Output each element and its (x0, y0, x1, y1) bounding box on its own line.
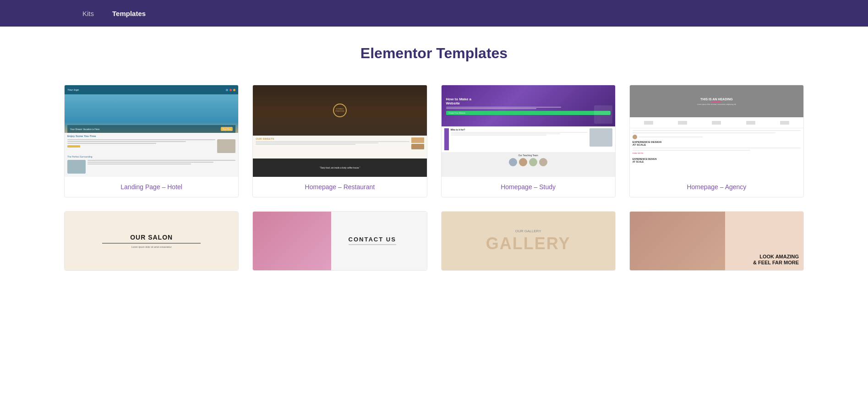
main-content: Elementor Templates Your logo Your Dre (0, 27, 868, 289)
template-card-study[interactable]: How to Make aWebsite Create Free Website (441, 85, 616, 197)
template-card-hotel[interactable]: Your logo Your Dream Vacation is Here Bo… (64, 85, 239, 197)
template-card-agency[interactable]: THIS IS AN HEADING Lorem ipsum dolor sit… (629, 85, 804, 197)
template-label-study: Homepage – Study (442, 177, 615, 197)
templates-grid-row2: OUR SALON Lorem ipsum dolor sit amet con… (64, 211, 804, 271)
template-card-contact[interactable]: Contact Us (252, 211, 427, 271)
contact-title: Contact Us (349, 236, 396, 243)
template-card-restaurant[interactable]: DONALDPRESTON OUR SWEETS (252, 85, 427, 197)
nav-item-kits[interactable]: Kits (82, 10, 94, 17)
nav-item-templates[interactable]: Templates (112, 10, 146, 17)
template-card-beauty[interactable]: LOOK AMAZING& FEEL FAR MORE (629, 211, 804, 271)
template-label-agency: Homepage – Agency (630, 177, 803, 197)
template-card-gallery[interactable]: OUR GALLERY GALLERY (441, 211, 616, 271)
template-label-hotel: Landing Page – Hotel (65, 177, 238, 197)
template-card-salon[interactable]: OUR SALON Lorem ipsum dolor sit amet con… (64, 211, 239, 271)
templates-grid-row1: Your logo Your Dream Vacation is Here Bo… (64, 85, 804, 197)
page-title: Elementor Templates (64, 45, 804, 62)
navbar: Kits Templates (0, 0, 868, 27)
template-label-restaurant: Homepage – Restaurant (253, 177, 426, 197)
